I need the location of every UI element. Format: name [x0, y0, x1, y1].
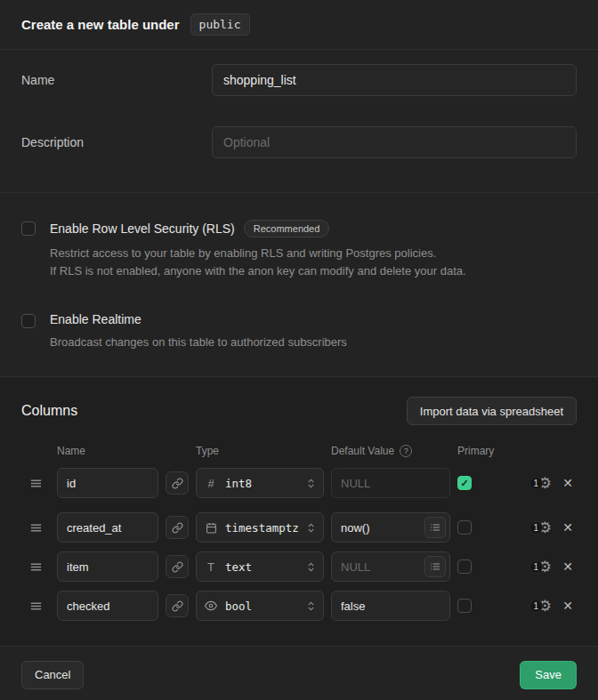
remove-column-icon[interactable]: ✕ [559, 560, 577, 573]
drag-handle-icon[interactable] [21, 560, 50, 574]
column-row: timestamptz 1 ⚙ ✕ [21, 512, 577, 543]
column-type-value: text [225, 560, 299, 574]
columns-table-header: Name Type Default Value ? Primary [21, 445, 577, 457]
column-type-select[interactable]: T text [196, 551, 324, 582]
settings-count-badge: 1 [529, 477, 543, 490]
column-row: # int8 1 ⚙ ✕ [21, 468, 577, 498]
primary-checkbox[interactable] [457, 559, 472, 574]
column-header-primary: Primary [457, 445, 502, 457]
rls-description-line2: If RLS is not enabled, anyone with the a… [50, 262, 466, 280]
primary-checkbox[interactable] [457, 520, 472, 535]
rls-label: Enable Row Level Security (RLS) [50, 221, 235, 236]
table-options-section: Enable Row Level Security (RLS) Recommen… [0, 193, 598, 377]
settings-count-badge: 1 [529, 599, 543, 613]
name-row: Name [21, 64, 577, 96]
column-settings-button[interactable]: 1 ⚙ [509, 476, 552, 491]
dialog-header: Create a new table under public [0, 0, 598, 50]
column-name-input[interactable] [57, 512, 158, 543]
column-type-select[interactable]: # int8 [196, 468, 324, 498]
column-type-select[interactable]: bool [196, 591, 324, 621]
columns-title: Columns [21, 403, 77, 419]
column-type-value: timestamptz [225, 521, 299, 535]
default-value-input[interactable] [331, 591, 450, 621]
foreign-key-link-icon[interactable] [166, 594, 189, 617]
help-icon[interactable]: ? [400, 445, 412, 457]
settings-count-badge: 1 [529, 560, 543, 574]
chevron-updown-icon [306, 600, 316, 612]
default-value-suggestions-icon[interactable] [424, 517, 446, 538]
realtime-checkbox[interactable] [21, 314, 36, 328]
column-row: T text 1 ⚙ ✕ [21, 551, 577, 582]
columns-section: Columns Import data via spreadsheet Name… [0, 377, 598, 646]
import-spreadsheet-button[interactable]: Import data via spreadsheet [407, 397, 577, 425]
rls-toggle-row: Enable Row Level Security (RLS) Recommen… [21, 220, 577, 280]
default-value-input[interactable] [331, 468, 450, 498]
column-header-default: Default Value [331, 445, 394, 457]
hash-icon: # [204, 477, 218, 490]
schema-badge: public [190, 13, 250, 36]
calendar-icon [204, 522, 218, 534]
description-row: Description [21, 126, 577, 158]
column-header-type: Type [196, 445, 324, 457]
settings-count-badge: 1 [529, 521, 543, 535]
cancel-button[interactable]: Cancel [21, 661, 84, 689]
rls-description-line1: Restrict access to your table by enablin… [50, 245, 466, 262]
foreign-key-link-icon[interactable] [166, 516, 189, 539]
table-name-input[interactable] [212, 64, 577, 96]
column-settings-button[interactable]: 1 ⚙ [509, 520, 552, 535]
chevron-updown-icon [306, 561, 316, 573]
primary-checkbox[interactable] [457, 599, 472, 613]
column-name-input[interactable] [57, 468, 158, 498]
realtime-description: Broadcast changes on this table to autho… [50, 334, 347, 351]
name-label: Name [21, 73, 212, 87]
dialog-footer: Cancel Save [0, 646, 598, 700]
create-table-dialog: Create a new table under public Name Des… [0, 0, 598, 700]
column-type-select[interactable]: timestamptz [196, 512, 324, 543]
rls-checkbox[interactable] [21, 221, 36, 236]
table-details-section: Name Description [0, 50, 598, 193]
chevron-updown-icon [306, 522, 316, 534]
remove-column-icon[interactable]: ✕ [559, 521, 577, 534]
column-type-value: int8 [225, 477, 299, 490]
foreign-key-link-icon[interactable] [166, 471, 189, 495]
description-label: Description [21, 135, 212, 149]
remove-column-icon[interactable]: ✕ [559, 477, 577, 489]
drag-handle-icon[interactable] [21, 599, 50, 613]
column-header-name: Name [57, 445, 158, 457]
column-name-input[interactable] [57, 591, 158, 621]
dialog-title: Create a new table under [21, 17, 180, 32]
column-type-value: bool [225, 599, 299, 613]
recommended-badge: Recommended [244, 220, 330, 237]
column-settings-button[interactable]: 1 ⚙ [509, 599, 552, 614]
primary-checkbox[interactable] [457, 476, 472, 490]
drag-handle-icon[interactable] [21, 477, 50, 490]
realtime-toggle-row: Enable Realtime Broadcast changes on thi… [21, 312, 577, 351]
column-row: bool 1 ⚙ ✕ [21, 591, 577, 621]
drag-handle-icon[interactable] [21, 521, 50, 535]
text-icon: T [204, 560, 218, 574]
foreign-key-link-icon[interactable] [166, 555, 189, 578]
save-button[interactable]: Save [520, 661, 577, 689]
remove-column-icon[interactable]: ✕ [559, 599, 577, 612]
default-value-suggestions-icon[interactable] [424, 556, 446, 577]
column-name-input[interactable] [57, 551, 158, 582]
realtime-label: Enable Realtime [50, 312, 141, 326]
table-description-input[interactable] [212, 126, 577, 158]
eye-icon [204, 599, 218, 612]
column-settings-button[interactable]: 1 ⚙ [509, 559, 552, 575]
chevron-updown-icon [306, 478, 316, 489]
